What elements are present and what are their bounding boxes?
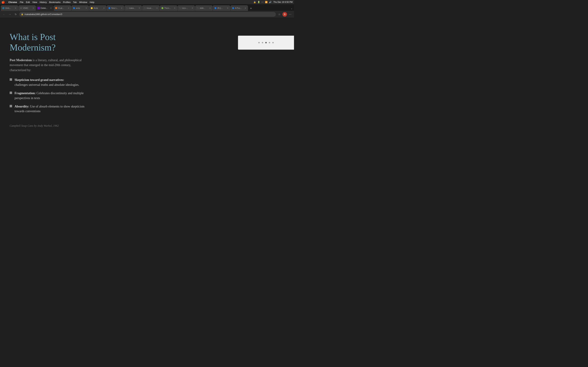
tab-favicon-apos: 🔵 [232, 7, 234, 9]
tab-slide[interactable]: ⬛ slide... ✕ [195, 5, 213, 11]
tab-new[interactable]: 🔵 New t... ✕ [107, 5, 124, 11]
tab-favicon-them: 🟢 [161, 7, 164, 9]
tab-close-apos[interactable]: ✕ [244, 7, 247, 9]
tab-title-maka: maka... [129, 7, 137, 9]
tab-apos[interactable]: 🔵 A Pos... ✕ [231, 5, 248, 11]
tab-favicon-slide: ⬛ [197, 7, 199, 9]
tab-andy[interactable]: 🔵 andy ✕ [71, 5, 89, 11]
menu-items: File Edit View History Bookmarks Profile… [20, 1, 94, 3]
bullet-text-2: Fragmentation: Celebrates discontinuity … [15, 91, 85, 101]
bullet-desc-1: challenges universal truths and absolute… [15, 83, 79, 86]
tab-close-nico[interactable]: ✕ [191, 7, 194, 9]
url-display: makabaka1880.github.io/Comedian/3 [25, 13, 274, 16]
profile-icon[interactable]: S [282, 12, 287, 17]
toolbar: ← → ↻ 🔒 makabaka1880.github.io/Comedian/… [0, 11, 294, 18]
tab-title-new: New t... [111, 7, 120, 9]
slide-dot-1[interactable] [258, 42, 260, 43]
menu-tab[interactable]: Tab [73, 1, 77, 3]
bullet-marker-1 [10, 78, 12, 81]
tab-close-usac[interactable]: ✕ [32, 7, 35, 9]
menu-view[interactable]: View [32, 1, 37, 3]
slide-dot-3[interactable] [265, 42, 267, 43]
tab-title-comedian: Come... [41, 7, 49, 9]
bullet-list: Skepticism toward grand narratives: chal… [10, 78, 85, 117]
bullet-marker-2 [10, 92, 12, 94]
tab-them[interactable]: 🟢 Them... ✕ [160, 5, 177, 11]
menu-profiles[interactable]: Profiles [63, 1, 70, 3]
tab-favicon-issue: ⬛ [144, 7, 146, 9]
extension-button[interactable]: ⋯ [288, 12, 293, 17]
menu-bookmarks[interactable]: Bookmarks [49, 1, 61, 3]
bullet-term-3: Absurdity: [15, 105, 29, 108]
bookmark-button[interactable]: ☆ [277, 12, 282, 17]
slide-dot-2[interactable] [262, 42, 263, 43]
bullet-text-1: Skepticism toward grand narratives: chal… [15, 78, 79, 87]
menu-bar: 🍎 Chrome File Edit View History Bookmark… [0, 0, 294, 4]
tab-favicon-cht: 🔵 [214, 7, 217, 9]
bullet-term-1: Skepticism toward grand narratives: [15, 78, 64, 82]
tab-maka[interactable]: ⬛ maka... ✕ [124, 5, 142, 11]
new-tab-button[interactable]: + [249, 6, 253, 11]
reload-button[interactable]: ↻ [13, 12, 18, 17]
tab-title-andy2: Andy [94, 7, 102, 9]
menu-history[interactable]: History [40, 1, 47, 3]
tab-title-nico: nico-... [182, 7, 190, 9]
tab-close-vlak[interactable]: ✕ [67, 7, 70, 9]
tab-title-apos: A Pos... [235, 7, 243, 9]
tab-favicon-comedian [37, 7, 40, 9]
clock: Thu Dec 19 6:50 PM [273, 1, 293, 3]
slide-dot-5[interactable] [272, 42, 274, 43]
tab-title-andy: andy [76, 7, 84, 9]
tab-comedian[interactable]: Come... ✕ [36, 5, 53, 11]
apple-menu[interactable]: 🍎 [1, 0, 5, 4]
tab-favicon-maka: ⬛ [126, 7, 128, 9]
tab-usac[interactable]: U USAC ✕ [18, 5, 36, 11]
lock-icon: 🔒 [21, 13, 24, 15]
intro-bold: Post Modernism [10, 58, 32, 62]
tab-vlak[interactable]: VLak... ✕ [54, 5, 71, 11]
tab-nico[interactable]: ⬛ nico-... ✕ [177, 5, 195, 11]
menu-help[interactable]: Help [90, 1, 95, 3]
menu-edit[interactable]: Edit [26, 1, 30, 3]
tab-title-usac: USAC [23, 7, 31, 9]
tab-cht[interactable]: 🔵 庶公... ✕ [213, 5, 230, 11]
bullet-item-1: Skepticism toward grand narratives: chal… [10, 78, 85, 87]
tab-favicon-nico: ⬛ [179, 7, 181, 9]
menu-file[interactable]: File [20, 1, 24, 3]
tab-favicon-andy2: 🟡 [90, 7, 93, 9]
tab-overflow-button[interactable]: ⌄ [290, 6, 293, 11]
tab-close-maka[interactable]: ✕ [138, 7, 140, 9]
tab-close-andy2[interactable]: ✕ [103, 7, 105, 9]
page-content: What is Post Modernism? Post Modernism i… [0, 18, 294, 184]
browser-window: 🌐 Glob... ✕ U USAC ✕ Come... ✕ VLak... ✕… [0, 4, 294, 184]
tab-favicon-usac: U [20, 7, 22, 9]
forward-button[interactable]: → [7, 12, 12, 17]
bullet-marker-3 [10, 105, 12, 107]
tab-close-issue[interactable]: ✕ [156, 7, 158, 9]
menu-window[interactable]: Window [79, 1, 87, 3]
tab-close-them[interactable]: ✕ [173, 7, 176, 9]
tab-title-cht: 庶公... [217, 7, 226, 9]
address-bar[interactable]: 🔒 makabaka1880.github.io/Comedian/3 [19, 12, 276, 17]
caption-rest: by Andy Warhol, 1962 [33, 124, 59, 127]
tab-andy2[interactable]: 🟡 Andy ✕ [89, 5, 107, 11]
menu-bar-right: 🔒🔋⋯📶🔊 Thu Dec 19 6:50 PM [253, 1, 293, 3]
tab-issue[interactable]: ⬛ Issue... ✕ [142, 5, 160, 11]
tab-close-comedian[interactable]: ✕ [50, 7, 52, 9]
slide-dot-4[interactable] [269, 42, 270, 43]
tab-close-andy[interactable]: ✕ [85, 7, 87, 9]
tab-close-global[interactable]: ✕ [14, 7, 17, 9]
back-button[interactable]: ← [1, 12, 6, 17]
tab-global[interactable]: 🌐 Glob... ✕ [1, 5, 18, 11]
tab-title-global: Glob... [5, 7, 14, 9]
tab-title-them: Them... [164, 7, 173, 9]
status-icons: 🔒🔋⋯📶🔊 [253, 1, 272, 3]
bullet-item-3: Absurdity: Use of absurb elements to sho… [10, 104, 85, 114]
tab-title-issue: Issue... [147, 7, 155, 9]
tab-close-cht[interactable]: ✕ [226, 7, 229, 9]
tab-close-new[interactable]: ✕ [121, 7, 123, 9]
slide-intro: Post Modernism is a literary, cultural, … [10, 58, 83, 73]
tab-title-vlak: VLak... [58, 7, 67, 9]
tab-close-slide[interactable]: ✕ [209, 7, 211, 9]
toolbar-right: ☆ S ⋯ [277, 12, 293, 17]
